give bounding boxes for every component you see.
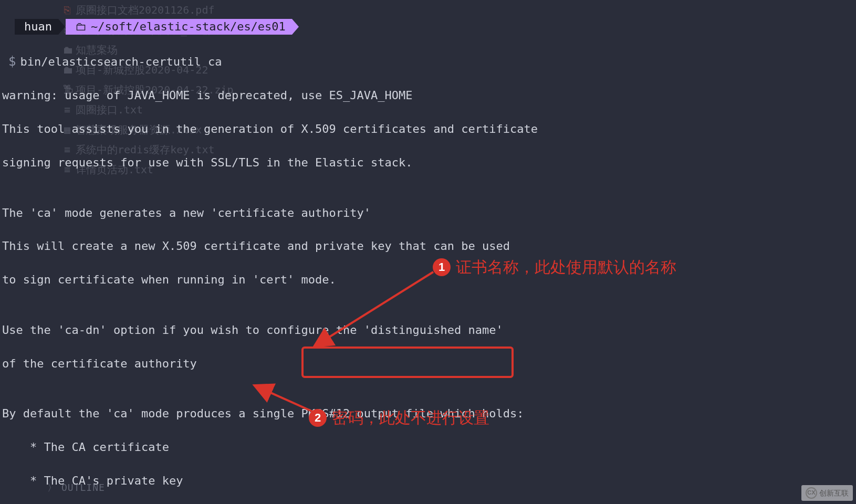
annotation-badge-1: 1: [433, 258, 451, 276]
prompt-path-segment: 🗀~/soft/elastic-stack/es/es01: [66, 19, 292, 35]
command-line: $bin/elasticsearch-certutil ca: [2, 52, 854, 71]
annotation-1: 1 证书名称，此处使用默认的名称: [433, 256, 676, 279]
output-line: to sign certificate when running in 'cer…: [2, 271, 854, 288]
output-line: This tool assists you in the generation …: [2, 121, 854, 138]
output-line: * The CA's private key: [2, 472, 854, 489]
output-line: The 'ca' mode generates a new 'certifica…: [2, 205, 854, 222]
annotation-badge-2: 2: [309, 409, 327, 427]
annotation-text-1: 证书名称，此处使用默认的名称: [456, 256, 676, 279]
watermark-logo-icon: CX: [806, 487, 817, 499]
output-line: Use the 'ca-dn' option if you wish to co…: [2, 322, 854, 339]
command-text: bin/elasticsearch-certutil ca: [20, 55, 222, 68]
annotation-2: 2 密码，此处不进行设置: [309, 406, 489, 429]
output-line: signing requests for use with SSL/TLS in…: [2, 154, 854, 171]
folder-icon: 🗀: [75, 18, 87, 35]
prompt-user-segment: huan: [15, 19, 58, 35]
output-line: This will create a new X.509 certificate…: [2, 238, 854, 255]
highlight-box-filename: [301, 346, 514, 378]
outline-panel-collapsed[interactable]: 〉 OUTLINE: [47, 481, 105, 495]
prompt-dollar: $: [2, 54, 20, 69]
annotation-text-2: 密码，此处不进行设置: [332, 406, 489, 429]
watermark: CX 创新互联: [801, 485, 853, 501]
prompt-line-1: huan 🗀~/soft/elastic-stack/es/es01: [2, 18, 854, 36]
output-line: * The CA certificate: [2, 439, 854, 456]
chevron-right-icon: 〉: [47, 481, 57, 495]
output-line: warning: usage of JAVA_HOME is deprecate…: [2, 87, 854, 104]
